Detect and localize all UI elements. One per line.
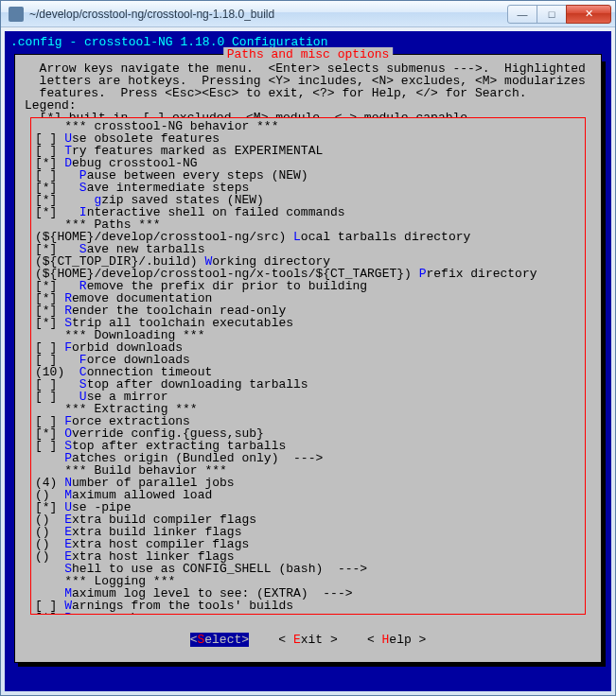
menu-item[interactable]: [*] Progress bar (35, 612, 581, 615)
window-controls: — □ ✕ (508, 5, 611, 24)
maximize-button[interactable]: □ (537, 5, 567, 24)
action-bar: <SSelectelect> < Exit > < Help > (15, 633, 601, 647)
close-button[interactable]: ✕ (566, 5, 611, 24)
select-button[interactable]: <SSelectelect> (190, 633, 249, 647)
terminal-area: .config - crosstool-NG 1.18.0 Configurat… (5, 31, 611, 691)
window-frame: ~/develop/crosstool-ng/crosstool-ng-1.18… (0, 0, 616, 696)
shadow (18, 663, 606, 667)
app-icon (9, 7, 24, 22)
exit-button[interactable]: < Exit > (278, 633, 337, 647)
help-button[interactable]: < Help > (367, 633, 426, 647)
terminal-inner: .config - crosstool-NG 1.18.0 Configurat… (7, 33, 609, 689)
section-label: Paths and misc options (223, 47, 394, 61)
dialog-box: Paths and misc options Arrow keys naviga… (14, 54, 602, 663)
titlebar[interactable]: ~/develop/crosstool-ng/crosstool-ng-1.18… (1, 1, 615, 27)
shadow (602, 61, 606, 667)
menu-list[interactable]: *** crosstool-NG behavior ***[ ] Use obs… (30, 117, 586, 615)
minimize-button[interactable]: — (507, 5, 537, 24)
window-title: ~/develop/crosstool-ng/crosstool-ng-1.18… (29, 8, 508, 21)
